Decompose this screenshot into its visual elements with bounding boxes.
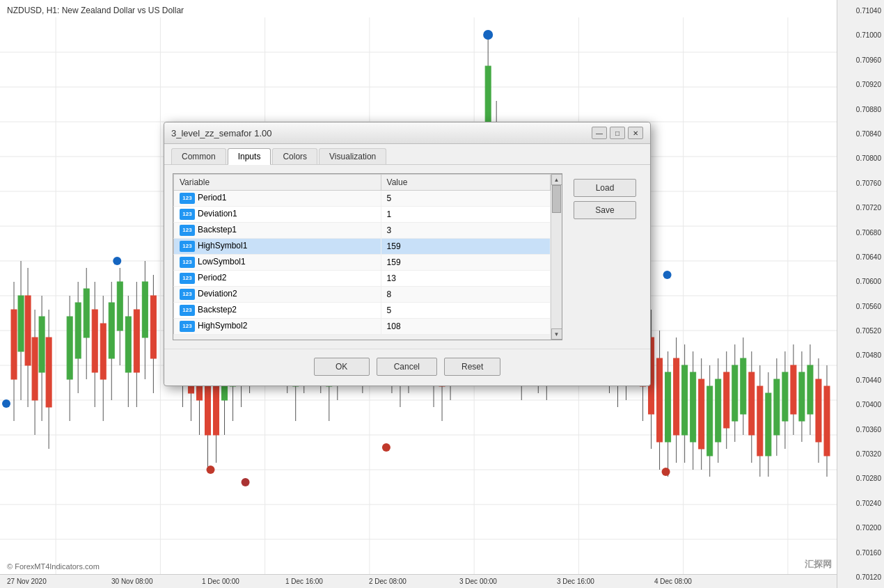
param-type-icon: 123	[180, 257, 195, 268]
param-value-cell: 159	[381, 255, 550, 271]
param-name-label: HighSymbol2	[198, 321, 247, 331]
params-table-scroll[interactable]: Variable Value 123Period15123Deviation11…	[173, 174, 551, 340]
svg-rect-52	[134, 310, 139, 372]
param-value-cell: 3	[381, 223, 550, 239]
param-name-label: Period2	[198, 273, 226, 283]
svg-rect-164	[699, 379, 704, 449]
cancel-button[interactable]: Cancel	[377, 358, 437, 376]
svg-rect-158	[674, 358, 679, 435]
tab-inputs[interactable]: Inputs	[228, 148, 271, 165]
param-name-cell: 123Backstep2	[174, 303, 381, 319]
param-name-label: Backstep2	[198, 305, 237, 315]
price-label: 0.71040	[840, 7, 881, 15]
time-label: 1 Dec 00:00	[202, 578, 239, 585]
price-label: 0.71000	[840, 31, 881, 39]
dialog-window: 3_level_zz_semafor 1.00 — □ ✕ Common Inp…	[164, 122, 651, 386]
svg-rect-180	[766, 393, 771, 456]
param-name-cell: 123Backstep1	[174, 223, 381, 239]
param-name-cell: 123Deviation2	[174, 287, 381, 303]
ok-button[interactable]: OK	[314, 358, 370, 376]
svg-rect-166	[707, 386, 713, 456]
reset-button[interactable]: Reset	[444, 358, 500, 376]
dialog-footer: OK Cancel Reset	[164, 349, 650, 384]
param-name-cell: 123LowSymbol1	[174, 255, 381, 271]
scrollbar-up-button[interactable]: ▲	[551, 174, 562, 185]
right-panel: Load Save	[568, 173, 642, 340]
scrollbar-down-button[interactable]: ▼	[551, 328, 562, 340]
tab-common[interactable]: Common	[171, 148, 226, 164]
svg-rect-154	[657, 358, 663, 442]
price-label: 0.70200	[840, 524, 881, 532]
table-row[interactable]: 123HighSymbol1159	[174, 239, 551, 255]
maximize-button[interactable]: □	[610, 127, 625, 139]
price-label: 0.70520	[840, 327, 881, 335]
param-type-icon: 123	[180, 209, 195, 220]
col-value: Value	[381, 175, 550, 191]
svg-rect-28	[25, 296, 31, 365]
tab-visualization[interactable]: Visualization	[319, 148, 386, 164]
close-button[interactable]: ✕	[628, 127, 643, 139]
param-value-cell: 108	[381, 319, 550, 335]
svg-rect-26	[18, 296, 24, 351]
save-button[interactable]: Save	[574, 201, 636, 219]
content-layout: Variable Value 123Period15123Deviation11…	[173, 173, 642, 340]
svg-rect-176	[749, 372, 755, 435]
param-name-label: Deviation2	[198, 289, 237, 299]
price-label: 0.70800	[840, 154, 881, 162]
table-row[interactable]: 123Period15	[174, 191, 551, 207]
tab-colors[interactable]: Colors	[272, 148, 317, 164]
svg-rect-24	[11, 310, 17, 379]
svg-rect-30	[32, 337, 38, 400]
scrollbar-track[interactable]	[551, 185, 562, 328]
params-table-wrapper: Variable Value 123Period15123Deviation11…	[173, 173, 562, 340]
param-value-cell: 13	[381, 271, 550, 287]
table-row[interactable]: 123HighSymbol2108	[174, 319, 551, 335]
table-row[interactable]: 123Deviation11	[174, 207, 551, 223]
price-label: 0.70240	[840, 500, 881, 507]
svg-rect-178	[757, 386, 763, 456]
load-button[interactable]: Load	[574, 179, 636, 197]
price-axis: 0.71040 0.71000 0.70960 0.70920 0.70880 …	[837, 0, 884, 588]
param-name-label: Backstep1	[198, 225, 237, 235]
time-label: 1 Dec 16:00	[285, 578, 323, 585]
time-axis: 27 Nov 2020 30 Nov 08:00 1 Dec 00:00 1 D…	[0, 574, 837, 588]
time-label: 3 Dec 00:00	[459, 578, 497, 585]
time-label: 3 Dec 16:00	[557, 578, 594, 585]
param-name-cell: 123HighSymbol1	[174, 239, 381, 255]
param-name-label: Deviation1	[198, 209, 237, 218]
price-label: 0.70480	[840, 351, 881, 359]
dialog-title: 3_level_zz_semafor 1.00	[171, 128, 272, 138]
table-row[interactable]: 123Backstep25	[174, 303, 551, 319]
price-label: 0.70640	[840, 253, 881, 261]
minimize-button[interactable]: —	[592, 127, 607, 139]
table-row[interactable]: 123LowSymbol1159	[174, 255, 551, 271]
price-label: 0.70360	[840, 426, 881, 434]
price-label: 0.70440	[840, 376, 881, 384]
svg-rect-40	[84, 289, 89, 337]
svg-rect-38	[75, 303, 81, 358]
param-type-icon: 123	[180, 305, 195, 316]
table-row[interactable]: 123Deviation28	[174, 287, 551, 303]
svg-rect-194	[824, 386, 830, 456]
scrollbar-thumb[interactable]	[552, 185, 561, 213]
col-variable: Variable	[174, 175, 381, 191]
svg-rect-188	[799, 372, 805, 421]
price-label: 0.70120	[840, 573, 881, 581]
param-name-cell: 123Period2	[174, 271, 381, 287]
price-label: 0.70400	[840, 401, 881, 408]
param-type-icon: 123	[180, 193, 195, 204]
param-value-cell: 5	[381, 303, 550, 319]
param-name-label: HighSymbol1	[198, 241, 247, 251]
param-name-label: Period1	[198, 193, 226, 202]
svg-point-196	[483, 30, 493, 40]
price-label: 0.70320	[840, 450, 881, 458]
svg-rect-182	[774, 379, 780, 435]
price-label: 0.70760	[840, 180, 881, 187]
chart-title: NZDUSD, H1: New Zealand Dollar vs US Dol…	[7, 6, 184, 15]
table-row[interactable]: 123Backstep13	[174, 223, 551, 239]
svg-rect-32	[39, 317, 45, 372]
dialog-titlebar: 3_level_zz_semafor 1.00 — □ ✕	[164, 122, 650, 144]
svg-rect-54	[142, 282, 148, 337]
param-type-icon: 123	[180, 225, 195, 236]
table-row[interactable]: 123Period213	[174, 271, 551, 287]
